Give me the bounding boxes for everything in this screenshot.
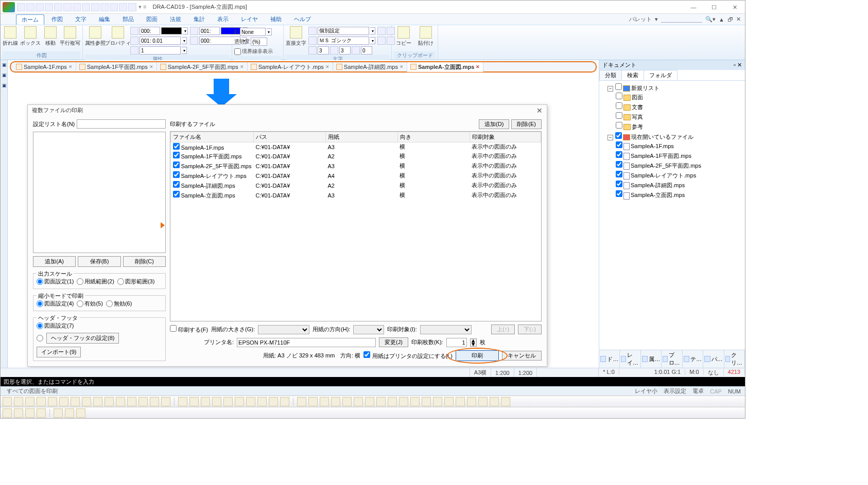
tree-file-item[interactable]: SampleA-1F平面図.mps xyxy=(615,151,744,160)
caret-icon[interactable]: ▾ xyxy=(183,27,188,34)
font-style-input[interactable] xyxy=(318,27,369,35)
tool-icon[interactable] xyxy=(71,397,80,406)
table-row[interactable]: SampleA-詳細図.mpsC:¥01-DATA¥A2横表示中の図面のみ xyxy=(171,181,541,190)
row-checkbox[interactable] xyxy=(173,152,180,158)
tree-openfiles[interactable]: 現在開いているファイル xyxy=(631,134,693,140)
tool-icon[interactable] xyxy=(257,397,267,406)
bottomtab-doc[interactable]: ド… xyxy=(599,350,620,368)
col-orient[interactable]: 向き xyxy=(397,132,470,142)
qat-icon[interactable] xyxy=(54,3,62,11)
tool-icon[interactable] xyxy=(76,408,85,418)
height-input[interactable] xyxy=(318,46,329,55)
ribbon-copy[interactable]: コピー xyxy=(394,26,414,47)
print-button[interactable]: 印刷 xyxy=(456,350,499,361)
gutter-icon[interactable]: ▣ xyxy=(2,62,7,67)
bottomtab-attr[interactable]: 属… xyxy=(641,350,662,368)
tool-icon[interactable] xyxy=(14,408,23,418)
ribbon-move[interactable]: 移動 xyxy=(43,26,58,47)
tool-icon[interactable] xyxy=(308,397,318,406)
qat-icon[interactable] xyxy=(100,3,109,11)
close-doc-icon[interactable]: ✕ xyxy=(736,16,741,23)
tool-icon[interactable] xyxy=(399,397,408,406)
docpanel-tab-search[interactable]: 検索 xyxy=(621,70,644,80)
tool-icon[interactable] xyxy=(235,397,244,406)
move-up-button[interactable]: 上(↑) xyxy=(491,325,515,334)
bottomtab-layer[interactable]: レイ… xyxy=(620,350,640,368)
trans-input[interactable] xyxy=(251,38,267,46)
tool-icon[interactable] xyxy=(105,397,114,406)
setlist-add-button[interactable]: 追加(A) xyxy=(33,256,76,267)
tree-file-item[interactable]: SampleA-2F_5F平面図.mps xyxy=(615,160,744,170)
tool-icon[interactable] xyxy=(3,397,12,406)
command-bar[interactable]: 図形を選択、またはコマンドを入力 xyxy=(1,377,745,386)
doc-tab[interactable]: SampleA-2F_5F平面図.mps✕ xyxy=(157,62,248,72)
scale-opt-drawing[interactable]: 図面設定(1) xyxy=(37,278,74,285)
caret-icon[interactable]: ▾ xyxy=(267,28,272,35)
qat-icon[interactable] xyxy=(119,3,127,11)
docpanel-tab-category[interactable]: 分類 xyxy=(599,70,622,80)
qat-icon[interactable] xyxy=(91,3,99,11)
close-tab-icon[interactable]: ✕ xyxy=(476,64,480,69)
angle-input[interactable] xyxy=(361,46,372,55)
tool-icon[interactable] xyxy=(269,397,278,406)
tab-help[interactable]: ヘルプ xyxy=(289,14,316,24)
shrink-opt-on[interactable]: 有効(5) xyxy=(77,300,102,308)
tool-icon[interactable] xyxy=(342,397,352,406)
bottomtab-pa[interactable]: パ… xyxy=(703,350,724,368)
close-tab-icon[interactable]: ✕ xyxy=(68,64,73,69)
table-row[interactable]: SampleA-レイアウト.mpsC:¥01-DATA¥A4横表示中の図面のみ xyxy=(171,171,541,181)
doc-tab[interactable]: SampleA-1F.mps✕ xyxy=(13,63,76,71)
move-down-button[interactable]: 下(↓) xyxy=(518,325,542,334)
L-color-swatch[interactable] xyxy=(161,27,182,34)
col-filename[interactable]: ファイル名 xyxy=(171,132,254,142)
copies-spinner[interactable]: ▲▼ xyxy=(470,338,477,347)
tab-drawing[interactable]: 図面 xyxy=(141,14,163,24)
tool-icon[interactable] xyxy=(54,408,63,418)
tool-icon[interactable] xyxy=(467,397,476,406)
tool-icon[interactable] xyxy=(150,397,159,406)
caret-icon[interactable]: ▾ xyxy=(182,47,187,54)
doc-tab[interactable]: SampleA-1F平面図.mps✕ xyxy=(76,62,157,72)
qat-icon[interactable] xyxy=(82,3,90,11)
file-delete-button[interactable]: 削除(E) xyxy=(511,119,542,129)
tool-icon[interactable] xyxy=(3,408,12,418)
tool-icon[interactable] xyxy=(212,397,221,406)
ribbon-properties[interactable]: プロパティ xyxy=(108,26,128,55)
width-input[interactable] xyxy=(339,46,351,55)
G-input[interactable] xyxy=(140,46,181,55)
tool-icon[interactable] xyxy=(422,397,431,406)
search-input[interactable] xyxy=(661,16,702,23)
row-checkbox[interactable] xyxy=(173,171,180,178)
col-path[interactable]: パス xyxy=(253,132,325,142)
bottomtab-te[interactable]: テ… xyxy=(683,350,703,368)
bold-icon[interactable] xyxy=(377,27,386,35)
status-none[interactable]: なし xyxy=(704,369,724,376)
docpanel-menu-icon[interactable]: ▫ ✕ xyxy=(734,62,742,68)
tree-file-item[interactable]: SampleA-立面図.mps xyxy=(615,190,744,200)
L-input[interactable] xyxy=(140,27,160,35)
tree-file-item[interactable]: SampleA-レイアウト.mps xyxy=(615,170,744,180)
gutter-icon[interactable]: ▣ xyxy=(2,73,7,78)
tool-icon[interactable] xyxy=(25,408,34,418)
underline-icon[interactable] xyxy=(377,37,386,45)
col-target[interactable]: 印刷対象 xyxy=(470,132,541,142)
tool-icon[interactable] xyxy=(376,397,386,406)
restore-window-icon[interactable]: 🗗 xyxy=(727,16,733,23)
minimize-button[interactable]: — xyxy=(683,1,704,14)
setlist-input[interactable] xyxy=(77,119,166,129)
close-tab-icon[interactable]: ✕ xyxy=(240,64,244,69)
tool-icon[interactable] xyxy=(490,397,499,406)
tab-home[interactable]: ホーム xyxy=(16,14,44,25)
palette-dropdown[interactable]: ▾ xyxy=(655,16,658,23)
tool-icon[interactable] xyxy=(354,397,363,406)
setlist-delete-button[interactable]: 削除(C) xyxy=(123,256,166,267)
tree-item[interactable]: 文書 xyxy=(632,104,643,110)
tool-icon[interactable] xyxy=(178,397,187,406)
scale-opt-paper[interactable]: 用紙範囲(2) xyxy=(77,278,114,285)
doc-tab-active[interactable]: SampleA-立面図.mps✕ xyxy=(407,62,483,72)
ribbon-paste[interactable]: 貼付け xyxy=(416,26,436,47)
shrink-opt-off[interactable]: 無効(6) xyxy=(106,300,132,308)
qat-icon[interactable] xyxy=(36,3,44,11)
tool-icon[interactable] xyxy=(59,397,68,406)
tree-newlist[interactable]: 新規リスト xyxy=(631,85,659,91)
